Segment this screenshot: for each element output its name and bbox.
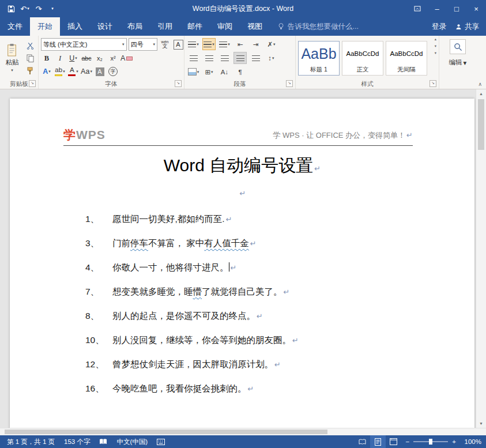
list-item-text[interactable]: 愿世间一切美好,都如约而至.↵ (112, 212, 232, 226)
share-button[interactable]: 共享 (455, 22, 479, 32)
undo-button[interactable]: ↶ ▾ (18, 2, 31, 16)
tab-mailings[interactable]: 邮件 (180, 17, 210, 36)
decrease-indent-button[interactable]: ⇤ (233, 38, 247, 50)
document-canvas[interactable]: 学WPS 学 WPS · 让 OFFICE 办公，变得简单！↵ Word 自动编… (0, 89, 486, 428)
list-item[interactable]: 12、曾梦想仗剑走天涯，因太胖取消原计划。↵ (85, 357, 474, 371)
borders-button[interactable]: ⊞▾ (202, 66, 216, 78)
bold-button[interactable]: B (41, 52, 52, 64)
list-item[interactable]: 4、你敬人一寸，他将得寸进尺。↵ (85, 261, 474, 274)
scroll-up-button[interactable]: ▲ (476, 89, 486, 98)
multilevel-list-button[interactable]: ▾ (218, 38, 231, 50)
tab-review[interactable]: 审阅 (210, 17, 240, 36)
web-layout-button[interactable] (386, 435, 401, 448)
list-item[interactable]: 3、门前停车不算富， 家中有人值千金↵ (85, 236, 474, 250)
list-item-text[interactable]: 别人的起点，是你遥不可及的终点。↵ (112, 309, 263, 323)
tab-layout[interactable]: 布局 (120, 17, 150, 36)
tell-me-box[interactable]: 告诉我您想要做什么... (270, 17, 432, 36)
tab-view[interactable]: 视图 (240, 17, 270, 36)
document-page[interactable]: 学WPS 学 WPS · 让 OFFICE 办公，变得简单！↵ Word 自动编… (10, 99, 474, 428)
style-item-3[interactable]: AaBbCcDd无间隔 (386, 41, 427, 76)
list-item[interactable]: 7、想变美就多睡觉，睡懵了就觉得自己美了。↵ (85, 285, 474, 299)
maximize-button[interactable]: □ (447, 0, 466, 17)
minimize-button[interactable]: – (427, 0, 447, 17)
change-case-button[interactable]: Aa ▾ (81, 66, 92, 77)
shading-button[interactable]: ▾ (187, 66, 200, 78)
gallery-up-button[interactable]: ▴ (435, 37, 436, 42)
subscript-button[interactable]: x₂ (94, 52, 106, 64)
list-item[interactable]: 10、别人没回复，继续等，你会等到她的朋友圈。↵ (85, 333, 474, 347)
distribute-button[interactable] (249, 52, 262, 64)
close-button[interactable]: × (466, 0, 486, 17)
vertical-scrollbar[interactable]: ▲ ▼ (476, 89, 486, 428)
save-button[interactable] (5, 2, 17, 16)
zoom-percentage[interactable]: 100% (461, 438, 484, 445)
font-color-button[interactable]: A ▾ (67, 66, 79, 77)
editing-menu-button[interactable]: 编辑 ▾ (449, 58, 467, 67)
horizontal-scrollbar[interactable] (0, 428, 486, 435)
collapse-ribbon-button[interactable]: ∧ (478, 81, 482, 87)
tab-design[interactable]: 设计 (90, 17, 120, 36)
print-layout-button[interactable] (370, 435, 386, 448)
format-painter-button[interactable] (24, 66, 36, 76)
list-item[interactable]: 8、别人的起点，是你遥不可及的终点。↵ (85, 309, 474, 323)
list-item-text[interactable]: 别人没回复，继续等，你会等到她的朋友圈。↵ (112, 333, 299, 347)
phonetic-guide-button[interactable]: wén 文 (159, 39, 171, 50)
document-title[interactable]: Word 自动编号设置↵ (10, 154, 474, 178)
horizontal-scroll-thumb[interactable] (5, 430, 327, 434)
sort-button[interactable]: A↓ (218, 66, 231, 78)
styles-dialog-launcher[interactable]: ↘ (430, 80, 436, 87)
asian-layout-button[interactable]: ✗▾ (265, 38, 278, 50)
line-spacing-button[interactable]: ↕▾ (265, 52, 278, 64)
list-item-text[interactable]: 今晚吃鱼吧，我看你挺会挑刺的。↵ (112, 382, 254, 396)
underline-button[interactable]: U ▾ (67, 52, 79, 64)
tab-home[interactable]: 开始 (30, 17, 60, 36)
customize-qat-button[interactable]: ▾ (46, 2, 59, 16)
align-center-button[interactable] (202, 52, 216, 64)
align-left-button[interactable] (187, 52, 200, 64)
paste-button[interactable]: 粘贴 ▾ (1, 37, 23, 79)
vertical-scroll-thumb[interactable] (478, 99, 484, 150)
font-name-combobox[interactable]: 等线 (中文正文) ▾ (41, 38, 127, 51)
list-item[interactable]: 16、今晚吃鱼吧，我看你挺会挑刺的。↵ (85, 382, 474, 396)
zoom-out-button[interactable]: − (406, 438, 410, 445)
tab-file[interactable]: 文件 (0, 17, 30, 36)
justify-button[interactable] (233, 52, 247, 64)
ribbon-display-options-button[interactable] (408, 0, 427, 17)
clear-formatting-button[interactable]: A (120, 52, 133, 64)
strikethrough-button[interactable]: abc (81, 52, 92, 64)
redo-button[interactable]: ↷ (32, 2, 45, 16)
enclose-characters-button[interactable]: 字 (107, 66, 119, 77)
scroll-down-button[interactable]: ▼ (476, 419, 486, 428)
italic-button[interactable]: I (54, 52, 66, 64)
character-border-button[interactable]: A (172, 39, 184, 50)
empty-paragraph[interactable]: ↵ (10, 188, 474, 198)
text-effects-button[interactable]: A ▾ (41, 66, 52, 77)
signin-button[interactable]: 登录 (432, 22, 446, 32)
style-item-2[interactable]: AaBbCcDd正文 (342, 41, 383, 76)
list-item-text[interactable]: 你敬人一寸，他将得寸进尺。↵ (112, 261, 236, 274)
show-hide-marks-button[interactable]: ¶ (233, 66, 247, 78)
font-size-combobox[interactable]: 四号 ▾ (129, 38, 157, 51)
tab-references[interactable]: 引用 (150, 17, 180, 36)
copy-button[interactable] (24, 53, 36, 63)
numbering-button[interactable]: ▾ (202, 38, 216, 50)
align-right-button[interactable] (218, 52, 231, 64)
find-button[interactable] (450, 39, 466, 54)
language-indicator[interactable]: 中文(中国) (112, 438, 152, 446)
style-item-1[interactable]: AaBb标题 1 (298, 41, 340, 76)
zoom-slider[interactable] (413, 441, 448, 442)
list-item-text[interactable]: 曾梦想仗剑走天涯，因太胖取消原计划。↵ (112, 357, 281, 371)
word-count-indicator[interactable]: 153 个字 (59, 438, 95, 446)
page-number-indicator[interactable]: 第 1 页，共 1 页 (2, 438, 59, 446)
cut-button[interactable] (24, 40, 36, 51)
tab-insert[interactable]: 插入 (60, 17, 90, 36)
gallery-down-button[interactable]: ▾ (435, 44, 436, 48)
increase-indent-button[interactable]: ⇥ (249, 38, 262, 50)
zoom-slider-thumb[interactable] (429, 439, 432, 445)
character-shading-button[interactable]: A (94, 66, 106, 77)
bullets-button[interactable]: ▾ (187, 38, 200, 50)
text-highlight-button[interactable]: ab ▾ (54, 66, 66, 77)
clipboard-dialog-launcher[interactable]: ↘ (29, 80, 36, 87)
zoom-in-button[interactable]: + (452, 438, 456, 445)
list-item-text[interactable]: 想变美就多睡觉，睡懵了就觉得自己美了。↵ (112, 285, 289, 299)
